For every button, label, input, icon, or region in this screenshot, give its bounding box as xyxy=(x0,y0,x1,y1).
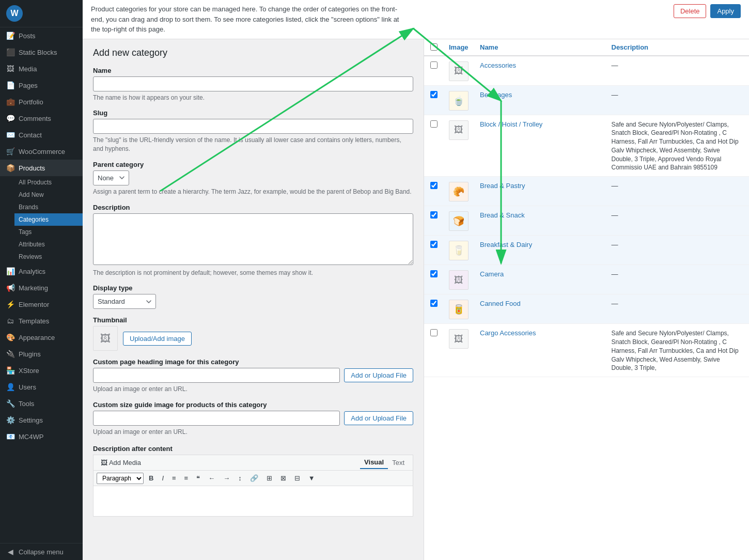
toolbar-toggle-button[interactable]: ▼ xyxy=(305,472,318,484)
row-desc-cell: — xyxy=(612,181,743,190)
tab-visual[interactable]: Visual xyxy=(360,456,388,469)
sidebar-item-comments[interactable]: 💬 Comments xyxy=(0,110,83,127)
row-image-cell: 🍞 xyxy=(449,210,480,231)
sidebar-item-portfolio[interactable]: 💼 Portfolio xyxy=(0,94,83,110)
sidebar-item-products[interactable]: 📦 Products xyxy=(0,160,83,176)
sidebar-item-categories[interactable]: Categories xyxy=(14,213,83,226)
row-checkbox[interactable] xyxy=(430,182,438,189)
add-file-button-1[interactable]: Add or Upload File xyxy=(344,368,413,382)
sidebar-item-settings[interactable]: ⚙️ Settings xyxy=(0,412,83,428)
select-all-checkbox[interactable] xyxy=(430,43,438,51)
row-checkbox[interactable] xyxy=(430,329,438,336)
sidebar-item-static-blocks[interactable]: ⬛ Static Blocks xyxy=(0,44,83,60)
italic-button[interactable]: I xyxy=(159,472,167,484)
sidebar-item-elementor[interactable]: ⚡ Elementor xyxy=(0,296,83,313)
category-name[interactable]: Cargo Accessories xyxy=(480,329,536,337)
bold-button[interactable]: B xyxy=(146,472,157,484)
link-button[interactable]: 🔗 xyxy=(247,472,261,484)
content-wrapper: Product categories for your store can be… xyxy=(83,0,749,560)
insert-table-button[interactable]: ⊞ xyxy=(263,472,275,484)
row-name-cell: Canned Food xyxy=(480,299,612,307)
row-checkbox[interactable] xyxy=(430,91,438,98)
custom-heading-input[interactable] xyxy=(93,368,340,383)
row-check-cell xyxy=(430,328,449,336)
display-type-select[interactable]: Standard Products Subcategories Both xyxy=(93,294,156,309)
row-check-cell xyxy=(430,299,449,307)
tab-text[interactable]: Text xyxy=(388,456,409,469)
more-button[interactable]: ⊟ xyxy=(291,472,303,484)
add-file-button-2[interactable]: Add or Upload File xyxy=(344,411,413,425)
editor-area[interactable] xyxy=(93,486,413,517)
name-input[interactable] xyxy=(93,76,413,91)
editor-tab-row: 🖼 Add Media Visual Text xyxy=(93,455,413,470)
sidebar-item-tags[interactable]: Tags xyxy=(14,226,83,238)
format-select[interactable]: Paragraph xyxy=(97,473,144,484)
sidebar-item-media[interactable]: 🖼 Media xyxy=(0,60,83,77)
category-name[interactable]: Breakfast & Dairy xyxy=(480,241,532,248)
category-name[interactable]: Bread & Pastry xyxy=(480,182,525,190)
custom-size-label: Custom size guide image for products of … xyxy=(93,401,413,409)
category-name[interactable]: Bread & Snack xyxy=(480,211,525,219)
align-center-button[interactable]: → xyxy=(220,472,233,484)
row-desc-cell: — xyxy=(612,210,743,219)
static-blocks-icon: ⬛ xyxy=(6,48,14,56)
align-left-button[interactable]: ← xyxy=(205,472,218,484)
ordered-list-button[interactable]: ≡ xyxy=(169,472,179,484)
collapse-menu-btn[interactable]: ◀ Collapse menu xyxy=(0,543,83,560)
sidebar-item-brands[interactable]: Brands xyxy=(14,201,83,213)
sidebar-item-woocommerce[interactable]: 🛒 WooCommerce xyxy=(0,143,83,160)
row-checkbox[interactable] xyxy=(430,241,438,248)
upload-button[interactable]: Upload/Add image xyxy=(123,332,192,346)
category-name[interactable]: Accessories xyxy=(480,61,516,69)
slug-input[interactable] xyxy=(93,119,413,134)
custom-size-input[interactable] xyxy=(93,411,340,426)
sidebar-item-plugins[interactable]: 🔌 Plugins xyxy=(0,346,83,362)
sidebar-item-appearance[interactable]: 🎨 Appearance xyxy=(0,329,83,346)
row-checkbox[interactable] xyxy=(430,300,438,307)
submenu-label: Brands xyxy=(19,204,38,211)
sidebar-item-posts[interactable]: 📝 Posts xyxy=(0,27,83,44)
sidebar-item-contact[interactable]: ✉️ Contact xyxy=(0,127,83,143)
row-checkbox[interactable] xyxy=(430,61,438,69)
category-thumb: 🥛 xyxy=(449,241,469,260)
sidebar-item-tools[interactable]: 🔧 Tools xyxy=(0,395,83,412)
sidebar-item-marketing[interactable]: 📢 Marketing xyxy=(0,279,83,296)
row-checkbox[interactable] xyxy=(430,270,438,277)
sidebar-item-templates[interactable]: 🗂 Templates xyxy=(0,313,83,329)
category-name[interactable]: Block / Hoist / Trolley xyxy=(480,120,542,128)
category-name[interactable]: Camera xyxy=(480,270,504,278)
delete-button[interactable]: Delete xyxy=(674,4,707,18)
sidebar-item-reviews[interactable]: Reviews xyxy=(14,251,83,263)
row-image-cell: 🖼 xyxy=(449,328,480,349)
sidebar-item-all-products[interactable]: All Products xyxy=(14,176,83,189)
add-media-button[interactable]: 🖼 Add Media xyxy=(98,457,144,469)
category-name[interactable]: Beverages xyxy=(480,91,512,99)
remove-format-button[interactable]: ⊠ xyxy=(277,472,289,484)
row-check-cell xyxy=(430,240,449,248)
description-textarea[interactable] xyxy=(93,213,413,265)
slug-hint: The "slug" is the URL-friendly version o… xyxy=(93,136,413,153)
sidebar-item-add-new[interactable]: Add New xyxy=(14,189,83,201)
unordered-list-button[interactable]: ≡ xyxy=(181,472,192,484)
sidebar-item-mc4wp[interactable]: 📧 MC4WP xyxy=(0,428,83,445)
apply-button[interactable]: Apply xyxy=(710,4,741,18)
parent-select[interactable]: None xyxy=(93,170,129,185)
sidebar-item-pages[interactable]: 📄 Pages xyxy=(0,77,83,94)
site-logo[interactable]: W xyxy=(0,0,83,27)
sidebar-item-attributes[interactable]: Attributes xyxy=(14,238,83,251)
category-name[interactable]: Canned Food xyxy=(480,300,521,307)
blockquote-button[interactable]: ❝ xyxy=(193,472,203,484)
row-checkbox[interactable] xyxy=(430,120,438,128)
description-label: Description xyxy=(93,204,413,211)
sidebar-item-analytics[interactable]: 📊 Analytics xyxy=(0,263,83,279)
description-group: Description The description is not promi… xyxy=(93,204,413,277)
thumb-image-icon: 🍵 xyxy=(453,95,464,106)
sidebar-item-xstore[interactable]: 🏪 XStore xyxy=(0,362,83,379)
parent-label: Parent category xyxy=(93,161,413,168)
content: Add new category Name The name is how it… xyxy=(83,39,749,561)
sidebar-item-users[interactable]: 👤 Users xyxy=(0,379,83,395)
align-right-button[interactable]: ↕ xyxy=(235,472,245,484)
contact-icon: ✉️ xyxy=(6,131,14,139)
table-row: 🥛 Breakfast & Dairy — xyxy=(424,236,749,265)
row-checkbox[interactable] xyxy=(430,211,438,219)
